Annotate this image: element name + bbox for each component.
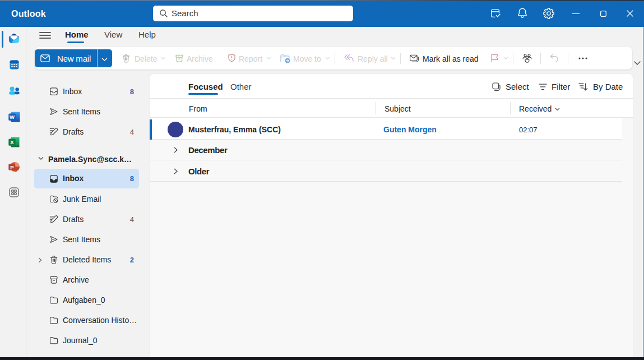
svg-text:X: X — [10, 139, 14, 145]
svg-text:P: P — [10, 164, 14, 170]
svg-text:W: W — [10, 114, 15, 120]
